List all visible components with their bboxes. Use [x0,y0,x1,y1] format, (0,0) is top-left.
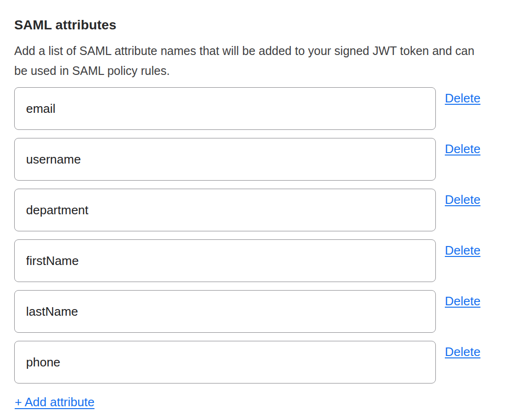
add-attribute-link[interactable]: + Add attribute [15,394,94,410]
attribute-row: Delete [14,341,491,383]
section-description: Add a list of SAML attribute names that … [14,41,491,81]
attribute-row: Delete [14,87,491,130]
delete-link[interactable]: Delete [445,142,480,156]
attribute-input-phone[interactable] [14,341,436,383]
delete-link[interactable]: Delete [445,192,480,207]
attribute-input-firstname[interactable] [14,239,436,282]
delete-link[interactable]: Delete [445,243,480,258]
delete-link[interactable]: Delete [445,91,480,106]
attribute-row: Delete [14,138,491,181]
delete-link[interactable]: Delete [445,345,480,359]
attribute-input-department[interactable] [14,189,436,231]
attribute-input-username[interactable] [14,138,436,181]
delete-link[interactable]: Delete [445,294,480,309]
attribute-input-email[interactable] [14,87,436,130]
section-title: SAML attributes [14,17,491,33]
saml-attributes-section: SAML attributes Add a list of SAML attri… [0,0,505,420]
attribute-input-lastname[interactable] [14,290,436,333]
attribute-row: Delete [14,239,491,282]
attribute-row: Delete [14,189,491,231]
attribute-row: Delete [14,290,491,333]
